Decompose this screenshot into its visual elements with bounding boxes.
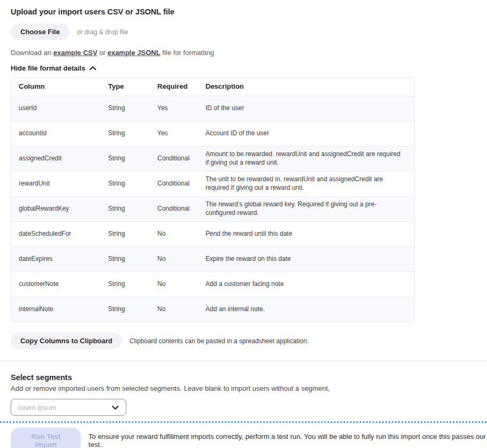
cell-description: Account ID of the user: [206, 129, 414, 138]
cell-description: The reward’s global reward key. Required…: [206, 200, 414, 217]
cell-column: rewardUnit: [19, 180, 108, 188]
cell-column: dateExpires: [19, 255, 108, 264]
table-header-row: Column Type Required Description: [11, 78, 414, 96]
segments-select[interactable]: lorem ipsum: [11, 399, 126, 416]
example-csv-link[interactable]: example CSV: [54, 49, 97, 57]
toggle-label: Hide file format details: [11, 64, 85, 72]
cell-required: No: [157, 230, 206, 238]
cell-description: Expire the reward on this date: [206, 255, 414, 264]
cell-column: accountId: [19, 129, 108, 138]
file-format-table: Column Type Required Description userIdS…: [11, 78, 415, 322]
cell-description: Amount to be rewarded. rewardUnit and as…: [206, 150, 414, 167]
cell-required: Yes: [157, 129, 206, 138]
segments-description: Add or remove imported users from select…: [11, 384, 476, 392]
copy-columns-note: Clipboard contents can be pasted in a sp…: [130, 337, 309, 345]
cell-column: globalRewardKey: [19, 205, 108, 213]
cell-type: String: [108, 205, 157, 213]
cell-required: Conditional: [157, 155, 206, 163]
cell-type: String: [108, 155, 157, 163]
cell-type: String: [108, 230, 157, 238]
chevron-down-icon: [112, 405, 119, 410]
download-examples-line: Download an example CSV or example JSONL…: [11, 49, 476, 57]
segments-title: Select segments: [11, 373, 476, 382]
chevron-up-icon: [89, 66, 96, 71]
test-import-footer: Run Test Import To ensure your reward fu…: [0, 421, 487, 448]
cell-description: The unit to be rewarded in. rewardUnit a…: [206, 175, 414, 192]
table-row: accountIdStringYesAccount ID of the user: [11, 121, 414, 146]
test-import-note: To ensure your reward fulfillment import…: [88, 432, 487, 448]
cell-required: No: [157, 280, 206, 289]
footer-content: Run Test Import To ensure your reward fu…: [0, 423, 487, 448]
upload-title: Upload your import users CSV or JSONL fi…: [11, 7, 476, 16]
cell-column: dateScheduledFor: [19, 230, 108, 238]
header-required: Required: [157, 82, 206, 91]
table-row: assignedCreditStringConditionalAmount to…: [11, 146, 414, 171]
table-row: dateScheduledForStringNoPend the reward …: [11, 221, 414, 246]
download-prefix: Download an: [11, 49, 54, 57]
table-row: globalRewardKeyStringConditionalThe rewa…: [11, 196, 414, 221]
import-users-page: Upload your import users CSV or JSONL fi…: [0, 0, 487, 416]
header-type: Type: [108, 82, 157, 91]
cell-type: String: [108, 280, 157, 289]
cell-description: Add an internal note.: [206, 305, 414, 314]
download-suffix: file for formatting: [161, 49, 214, 57]
header-column: Column: [19, 82, 108, 91]
cell-type: String: [108, 104, 157, 113]
cell-required: Yes: [157, 104, 206, 113]
cell-description: Add a customer facing note: [206, 280, 414, 289]
copy-columns-button[interactable]: Copy Columns to Clipboard: [11, 333, 122, 349]
cell-type: String: [108, 180, 157, 188]
segments-section: Select segments Add or remove imported u…: [11, 373, 476, 416]
table-row: customerNoteStringNoAdd a customer facin…: [11, 272, 414, 297]
section-divider: [0, 360, 487, 361]
cell-type: String: [108, 129, 157, 138]
run-test-import-button[interactable]: Run Test Import: [11, 428, 81, 448]
format-table-body: userIdStringYesID of the useraccountIdSt…: [11, 96, 414, 322]
cell-column: assignedCredit: [19, 155, 108, 163]
cell-description: Pend the reward until this date: [206, 230, 414, 238]
table-row: dateExpiresStringNoExpire the reward on …: [11, 246, 414, 272]
choose-file-button[interactable]: Choose File: [11, 24, 70, 40]
drag-drop-hint: or drag & drop file: [77, 28, 128, 36]
cell-required: No: [157, 305, 206, 314]
cell-required: Conditional: [157, 180, 206, 188]
cell-required: No: [157, 255, 206, 264]
cell-required: Conditional: [157, 205, 206, 213]
segments-select-placeholder: lorem ipsum: [18, 404, 56, 412]
cell-description: ID of the user: [206, 104, 414, 113]
header-description: Description: [206, 82, 414, 91]
cell-column: customerNote: [19, 280, 108, 289]
cell-type: String: [108, 255, 157, 264]
table-row: userIdStringYesID of the user: [11, 96, 414, 121]
cell-column: userId: [19, 104, 108, 113]
download-middle: or: [97, 49, 108, 57]
file-upload-row: Choose File or drag & drop file: [11, 24, 476, 40]
hide-format-details-toggle[interactable]: Hide file format details: [11, 64, 96, 72]
table-row: internalNoteStringNoAdd an internal note…: [11, 297, 414, 322]
table-row: rewardUnitStringConditionalThe unit to b…: [11, 171, 414, 196]
copy-columns-row: Copy Columns to Clipboard Clipboard cont…: [11, 333, 476, 349]
cell-type: String: [108, 305, 157, 314]
example-jsonl-link[interactable]: example JSONL: [108, 49, 161, 57]
cell-column: internalNote: [19, 305, 108, 314]
upload-section: Upload your import users CSV or JSONL fi…: [11, 7, 476, 349]
